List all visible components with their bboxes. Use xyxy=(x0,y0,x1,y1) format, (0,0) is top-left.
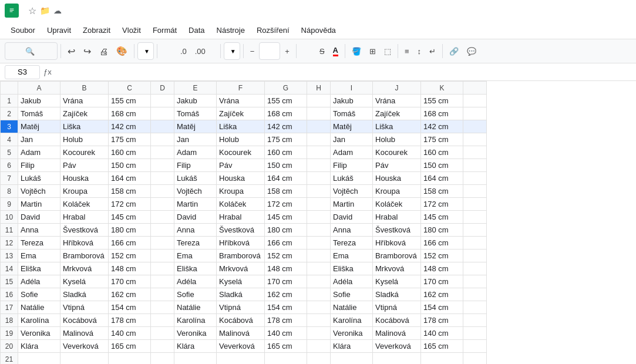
cell-d4[interactable] xyxy=(151,133,174,146)
cell-f4[interactable]: Holub xyxy=(217,133,265,146)
cell-b17[interactable]: Vtipná xyxy=(60,301,109,314)
cell-c17[interactable]: 154 cm xyxy=(109,301,151,314)
cell-b8[interactable]: Kroupa xyxy=(60,185,109,198)
cell-reference[interactable] xyxy=(5,65,40,79)
cell-e17[interactable]: Natálie xyxy=(174,301,217,314)
cell-a1[interactable]: Jakub xyxy=(18,95,60,107)
cell-i14[interactable]: Eliška xyxy=(331,262,373,275)
row-number[interactable]: 7 xyxy=(1,172,18,185)
cell-k21[interactable] xyxy=(421,353,463,365)
cell-h2[interactable] xyxy=(307,107,331,120)
font-color-btn[interactable]: A xyxy=(329,42,342,60)
cell-a18[interactable]: Karolína xyxy=(18,314,60,327)
cell-i4[interactable]: Jan xyxy=(331,133,373,146)
cell-d19[interactable] xyxy=(151,327,174,340)
cell-f19[interactable]: Malinová xyxy=(217,327,265,340)
cell-c13[interactable]: 152 cm xyxy=(109,250,151,262)
cell-f6[interactable]: Páv xyxy=(217,159,265,172)
cell-k10[interactable]: 145 cm xyxy=(421,211,463,224)
redo-btn[interactable]: ↪ xyxy=(80,42,95,60)
cell-h8[interactable] xyxy=(307,185,331,198)
cell-b21[interactable] xyxy=(60,353,109,365)
cell-f8[interactable]: Kroupa xyxy=(217,185,265,198)
cell-i11[interactable]: Anna xyxy=(331,224,373,237)
font-select[interactable]: ▼ xyxy=(224,42,240,60)
cell-a21[interactable] xyxy=(18,353,60,365)
cell-b15[interactable]: Kyselá xyxy=(60,275,109,288)
cell-a15[interactable]: Adéla xyxy=(18,275,60,288)
cell-h19[interactable] xyxy=(307,327,331,340)
cell-b5[interactable]: Kocourek xyxy=(60,146,109,159)
menu-zobrazit[interactable]: Zobrazit xyxy=(77,23,116,37)
row-number[interactable]: 21 xyxy=(1,353,18,365)
cell-k17[interactable]: 154 cm xyxy=(421,301,463,314)
cell-j9[interactable]: Koláček xyxy=(373,198,421,211)
spreadsheet-container[interactable]: ABCDEFGHIJK 1JakubVrána155 cmJakubVrána1… xyxy=(0,81,636,364)
cell-j13[interactable]: Bramborová xyxy=(373,250,421,262)
cell-c21[interactable] xyxy=(109,353,151,365)
cell-a20[interactable]: Klára xyxy=(18,340,60,353)
cell-g7[interactable]: 164 cm xyxy=(265,172,307,185)
cell-a14[interactable]: Eliška xyxy=(18,262,60,275)
cell-c3[interactable]: 142 cm xyxy=(109,120,151,133)
cell-f5[interactable]: Kocourek xyxy=(217,146,265,159)
cell-e16[interactable]: Sofie xyxy=(174,288,217,301)
cell-k2[interactable]: 168 cm xyxy=(421,107,463,120)
cell-e10[interactable]: David xyxy=(174,211,217,224)
cell-d9[interactable] xyxy=(151,198,174,211)
cell-d10[interactable] xyxy=(151,211,174,224)
cell-i5[interactable]: Adam xyxy=(331,146,373,159)
percent-btn[interactable] xyxy=(169,42,176,60)
row-number[interactable]: 4 xyxy=(1,133,18,146)
cell-k7[interactable]: 164 cm xyxy=(421,172,463,185)
wrap-btn[interactable]: ↵ xyxy=(426,42,439,60)
cell-h15[interactable] xyxy=(307,275,331,288)
cell-j18[interactable]: Kocábová xyxy=(373,314,421,327)
currency-btn[interactable] xyxy=(160,42,167,60)
cell-extra-12[interactable] xyxy=(463,237,487,250)
cell-i12[interactable]: Tereza xyxy=(331,237,373,250)
cell-b2[interactable]: Zajíček xyxy=(60,107,109,120)
cell-c18[interactable]: 178 cm xyxy=(109,314,151,327)
cell-h6[interactable] xyxy=(307,159,331,172)
cell-j20[interactable]: Veverková xyxy=(373,340,421,353)
cell-j21[interactable] xyxy=(373,353,421,365)
cell-h1[interactable] xyxy=(307,95,331,107)
cell-a13[interactable]: Ema xyxy=(18,250,60,262)
cell-extra-2[interactable] xyxy=(463,107,487,120)
cell-k6[interactable]: 150 cm xyxy=(421,159,463,172)
cell-j2[interactable]: Zajíček xyxy=(373,107,421,120)
cell-b16[interactable]: Sladká xyxy=(60,288,109,301)
cell-g1[interactable]: 155 cm xyxy=(265,95,307,107)
cell-h17[interactable] xyxy=(307,301,331,314)
cell-d3[interactable] xyxy=(151,120,174,133)
cell-f10[interactable]: Hrabal xyxy=(217,211,265,224)
cell-k9[interactable]: 172 cm xyxy=(421,198,463,211)
cell-c19[interactable]: 140 cm xyxy=(109,327,151,340)
row-number[interactable]: 1 xyxy=(1,95,18,107)
cell-extra-20[interactable] xyxy=(463,340,487,353)
cell-i6[interactable]: Filip xyxy=(331,159,373,172)
cell-c7[interactable]: 164 cm xyxy=(109,172,151,185)
fontsize-plus-btn[interactable]: + xyxy=(281,42,293,60)
col-header-G[interactable]: G xyxy=(265,82,307,95)
col-header-K[interactable]: K xyxy=(421,82,463,95)
col-header-I[interactable]: I xyxy=(331,82,373,95)
cell-i1[interactable]: Jakub xyxy=(331,95,373,107)
cell-f2[interactable]: Zajíček xyxy=(217,107,265,120)
cell-d5[interactable] xyxy=(151,146,174,159)
col-header-E[interactable]: E xyxy=(174,82,217,95)
cell-g12[interactable]: 166 cm xyxy=(265,237,307,250)
align-btn[interactable]: ≡ xyxy=(401,42,413,60)
cell-f17[interactable]: Vtipná xyxy=(217,301,265,314)
cell-f18[interactable]: Kocábová xyxy=(217,314,265,327)
cell-h11[interactable] xyxy=(307,224,331,237)
cell-g4[interactable]: 175 cm xyxy=(265,133,307,146)
col-header-B[interactable]: B xyxy=(60,82,109,95)
cell-i19[interactable]: Veronika xyxy=(331,327,373,340)
cell-h20[interactable] xyxy=(307,340,331,353)
cell-a4[interactable]: Jan xyxy=(18,133,60,146)
cell-c2[interactable]: 168 cm xyxy=(109,107,151,120)
menu-napoveda[interactable]: Nápověda xyxy=(295,23,342,37)
cell-b14[interactable]: Mrkvová xyxy=(60,262,109,275)
